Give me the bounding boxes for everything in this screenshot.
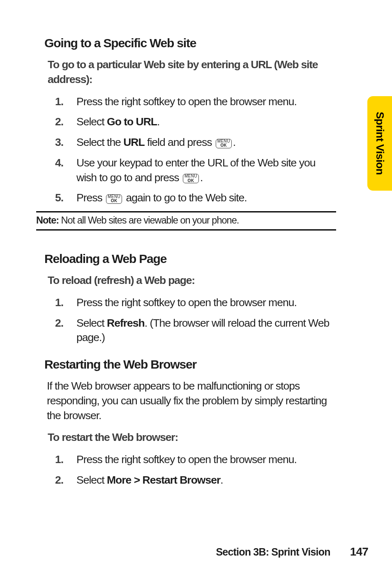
step-num: 2. — [55, 316, 76, 331]
step-reload-1: 1. Press the right softkey to open the b… — [55, 295, 334, 310]
text-bold: Go to URL — [107, 115, 157, 128]
footer-section: Section 3B: Sprint Vision — [216, 546, 330, 558]
step-num: 4. — [55, 156, 76, 171]
menu-ok-icon: MENUOK — [183, 174, 199, 183]
text-pre: Select — [76, 474, 107, 486]
step-num: 2. — [55, 473, 76, 488]
text-mid: field and press — [145, 136, 214, 148]
step-body: Press MENUOK again to go to the Web site… — [76, 191, 334, 205]
heading-reload: Reloading a Web Page — [44, 252, 334, 266]
note-text: Note: Not all Web sites are viewable on … — [36, 215, 336, 226]
text-post: . — [233, 136, 235, 148]
step-body: Select Go to URL. — [76, 115, 334, 129]
step-reload-2: 2. Select Refresh. (The browser will rel… — [55, 316, 334, 346]
text-bold: URL — [123, 136, 144, 148]
step-goto-2: 2. Select Go to URL. — [55, 115, 334, 129]
step-restart-2: 2. Select More > Restart Browser. — [55, 473, 334, 488]
menu-ok-icon: MENUOK — [216, 139, 232, 148]
step-num: 5. — [55, 191, 76, 205]
heading-restart: Restarting the Web Browser — [44, 357, 334, 371]
step-body: Select the URL field and press MENUOK. — [76, 135, 334, 150]
step-num: 3. — [55, 135, 76, 150]
text-post: . — [220, 474, 223, 486]
step-body: Use your keypad to enter the URL of the … — [76, 156, 334, 185]
step-body: Press the right softkey to open the brow… — [76, 452, 334, 467]
lead-goto: To go to a particular Web site by enteri… — [48, 58, 334, 87]
step-body: Press the right softkey to open the brow… — [76, 295, 334, 310]
content-area: Going to a Specific Web site To go to a … — [44, 36, 334, 488]
steps-reload: 1. Press the right softkey to open the b… — [55, 295, 334, 345]
steps-restart: 1. Press the right softkey to open the b… — [55, 452, 334, 488]
step-num: 1. — [55, 295, 76, 310]
lead-reload: To reload (refresh) a Web page: — [48, 273, 334, 288]
step-body: Press the right softkey to open the brow… — [76, 95, 334, 109]
step-num: 1. — [55, 95, 76, 109]
page: Sprint Vision Going to a Specific Web si… — [0, 0, 392, 588]
text-pre: Select the — [76, 136, 123, 148]
text-pre: Press — [76, 191, 105, 204]
heading-goto: Going to a Specific Web site — [44, 36, 334, 50]
footer: Section 3B: Sprint Vision 147 — [216, 545, 368, 558]
note-body: Not all Web sites are viewable on your p… — [59, 215, 239, 226]
lead-restart: To restart the Web browser: — [48, 430, 334, 445]
text-post: . — [200, 171, 203, 184]
step-goto-3: 3. Select the URL field and press MENUOK… — [55, 135, 334, 150]
note-box: Note: Not all Web sites are viewable on … — [36, 211, 336, 231]
step-goto-5: 5. Press MENUOK again to go to the Web s… — [55, 191, 334, 205]
side-tab: Sprint Vision — [367, 96, 392, 191]
step-num: 1. — [55, 452, 76, 467]
note-label: Note: — [36, 215, 59, 226]
text-bold: More > Restart Browser — [107, 474, 220, 486]
step-restart-1: 1. Press the right softkey to open the b… — [55, 452, 334, 467]
step-num: 2. — [55, 115, 76, 129]
para-restart: If the Web browser appears to be malfunc… — [47, 379, 334, 423]
side-tab-label: Sprint Vision — [374, 112, 386, 175]
step-body: Select More > Restart Browser. — [76, 473, 334, 488]
text-bold: Refresh — [107, 317, 145, 329]
text-pre: Select — [76, 115, 107, 128]
text-post: . — [157, 115, 159, 128]
menu-ok-icon: MENUOK — [106, 194, 122, 204]
page-number: 147 — [350, 545, 368, 558]
step-body: Select Refresh. (The browser will reload… — [76, 316, 334, 346]
step-goto-4: 4. Use your keypad to enter the URL of t… — [55, 156, 334, 185]
text-mid: again to go to the Web site. — [123, 191, 247, 204]
text-pre: Select — [76, 317, 107, 329]
steps-goto: 1. Press the right softkey to open the b… — [55, 95, 334, 206]
step-goto-1: 1. Press the right softkey to open the b… — [55, 95, 334, 109]
